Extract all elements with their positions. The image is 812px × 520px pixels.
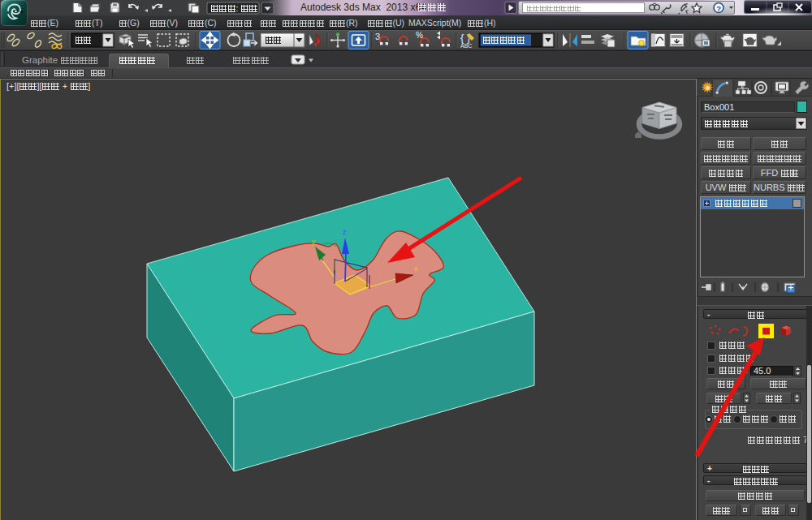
svg-text:z: z bbox=[343, 228, 347, 236]
svg-text:ABC: ABC bbox=[460, 43, 472, 49]
svg-text:y: y bbox=[312, 238, 316, 246]
svg-text:%: % bbox=[416, 31, 423, 40]
svg-text:x: x bbox=[414, 264, 418, 273]
